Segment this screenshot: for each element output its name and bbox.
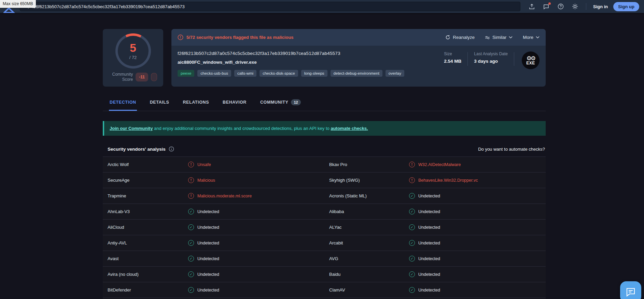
community-score-badge[interactable]: -11: [136, 73, 148, 81]
check-icon: ✓: [188, 209, 194, 214]
alert-icon: !: [409, 177, 415, 183]
alert-icon: !: [188, 177, 194, 183]
theme-toggle-icon[interactable]: [572, 3, 578, 10]
vendor-row: BitDefender✓UndetectedClamAV✓Undetected: [103, 282, 546, 298]
tag-checks-disk-space[interactable]: checks-disk-space: [260, 70, 298, 77]
feedback-icon[interactable]: [543, 3, 550, 10]
info-icon[interactable]: [169, 146, 174, 152]
vendor-name: Avast: [103, 256, 188, 261]
vendor-name: Acronis (Static ML): [324, 193, 409, 198]
check-icon: ✓: [409, 209, 415, 214]
tag-overlay[interactable]: overlay: [386, 70, 404, 77]
community-banner: Join our Community and enjoy additional …: [103, 121, 546, 136]
detection-result: ✓Undetected: [188, 256, 324, 261]
file-report-card: 5/72 security vendors flagged this file …: [171, 29, 546, 87]
analysis-title: Security vendors' analysis: [108, 147, 166, 152]
tag-long-sleeps[interactable]: long-sleeps: [301, 70, 327, 77]
vendors-table: Arctic Wolf!UnsafeBkav Pro!W32.AIDetectM…: [103, 156, 546, 299]
tag-peexe[interactable]: peexe: [178, 70, 194, 77]
chat-bubble-icon: [626, 287, 636, 297]
vendor-name: AVG: [324, 256, 409, 261]
automate-checks-link[interactable]: automate checks.: [331, 126, 368, 131]
refresh-icon: [445, 35, 450, 40]
sign-up-button[interactable]: Sign up: [613, 2, 639, 11]
upload-icon[interactable]: [529, 3, 535, 10]
vendor-row: Avira (no cloud)✓UndetectedBaidu✓Undetec…: [103, 267, 546, 282]
tag-checks-usb-bus[interactable]: checks-usb-bus: [197, 70, 231, 77]
meta-divider: [514, 52, 514, 66]
notification-dot: [548, 2, 551, 5]
check-icon: ✓: [409, 287, 415, 293]
detection-result: ✓Undetected: [188, 209, 324, 214]
chat-support-button[interactable]: [620, 281, 641, 299]
score-positives: 5: [130, 42, 136, 54]
search-input[interactable]: [32, 4, 516, 9]
vendor-row: Arctic Wolf!UnsafeBkav Pro!W32.AIDetectM…: [103, 157, 546, 173]
tag-calls-wmi[interactable]: calls-wmi: [234, 70, 256, 77]
vendor-name: Arctic Wolf: [103, 162, 188, 167]
tab-details[interactable]: DETAILS: [149, 96, 170, 111]
tab-relations[interactable]: RELATIONS: [182, 96, 210, 111]
detection-result: ✓Undetected: [409, 271, 546, 277]
size-value: 2.54 MB: [444, 59, 461, 64]
vendor-name: BitDefender: [103, 287, 188, 293]
detection-summary-strip: 5/72 security vendors flagged this file …: [171, 29, 546, 46]
join-community-link[interactable]: Join our Community: [110, 126, 153, 131]
search-bar[interactable]: [20, 2, 520, 11]
detection-result: !Malicious: [188, 177, 324, 183]
last-analysis-label: Last Analysis Date: [474, 51, 508, 56]
vendor-name: ClamAV: [324, 287, 409, 293]
tab-detection[interactable]: DETECTION: [109, 96, 137, 111]
vendor-row: AhnLab-V3✓UndetectedAlibaba✓Undetected: [103, 204, 546, 220]
tabs-bar: DETECTIONDETAILSRELATIONSBEHAVIORCOMMUNI…: [103, 96, 546, 111]
vendor-row: Avast✓UndetectedAVG✓Undetected: [103, 251, 546, 267]
vendor-name: AhnLab-V3: [103, 209, 188, 214]
analysis-header: Security vendors' analysis Do you want t…: [103, 146, 546, 152]
tab-behavior[interactable]: BEHAVIOR: [222, 96, 247, 111]
vendor-name: Skyhigh (SWG): [324, 178, 409, 183]
detection-result: ✓Undetected: [409, 287, 546, 293]
check-icon: ✓: [188, 256, 194, 261]
last-analysis-value: 3 days ago: [474, 59, 508, 64]
help-icon[interactable]: [557, 3, 564, 10]
detection-result: !Unsafe: [188, 162, 324, 167]
check-icon: ✓: [188, 224, 194, 230]
detection-result: ✓Undetected: [409, 209, 546, 214]
detection-result: ✓Undetected: [409, 240, 546, 246]
check-icon: ✓: [409, 193, 415, 199]
last-analysis-block: Last Analysis Date 3 days ago: [474, 51, 508, 64]
similar-button[interactable]: Similar: [485, 35, 513, 40]
automate-checks-question[interactable]: Do you want to automate checks?: [478, 147, 545, 152]
score-total: / 72: [129, 55, 137, 60]
file-name[interactable]: aic8800FC_windows_wifi_driver.exe: [178, 60, 444, 65]
vendor-name: Antiy-AVL: [103, 240, 188, 245]
vendor-name: Trapmine: [103, 193, 188, 198]
vendor-name: Alibaba: [324, 209, 409, 214]
detection-result: ✓Undetected: [188, 287, 324, 293]
check-icon: ✓: [409, 224, 415, 230]
alert-icon: !: [188, 193, 194, 199]
sign-in-link[interactable]: Sign in: [593, 4, 608, 9]
community-score-vote[interactable]: [151, 73, 157, 81]
vendor-name: ALYac: [324, 225, 409, 230]
topbar-icons: [529, 3, 586, 10]
meta-divider: [467, 52, 468, 66]
more-button[interactable]: More: [523, 35, 540, 40]
tag-detect-debug-environment[interactable]: detect-debug-environment: [331, 70, 382, 77]
detection-result: ✓Undetected: [188, 224, 324, 230]
check-icon: ✓: [409, 271, 415, 277]
similar-icon: [485, 35, 490, 40]
vendor-name: AliCloud: [103, 225, 188, 230]
tab-community[interactable]: COMMUNITY12: [260, 96, 302, 111]
vendor-row: SecureAge!MaliciousSkyhigh (SWG)!Behaves…: [103, 173, 546, 188]
detection-result: !W32.AIDetectMalware: [409, 162, 546, 167]
check-icon: ✓: [409, 256, 415, 261]
main-content: 5 / 72 Community Score -11 5: [103, 29, 546, 299]
detection-result: ✓Undetected: [409, 256, 546, 261]
detection-result: !Malicious.moderate.ml.score: [188, 193, 324, 199]
reanalyze-button[interactable]: Reanalyze: [445, 35, 475, 40]
file-sha256[interactable]: f26f6213b507c2d87a0c574c5c5cbec32f3a17eb…: [178, 51, 444, 56]
flagged-text: 5/72 security vendors flagged this file …: [186, 35, 294, 40]
alert-icon: !: [188, 162, 194, 167]
vendor-name: Avira (no cloud): [103, 272, 188, 277]
